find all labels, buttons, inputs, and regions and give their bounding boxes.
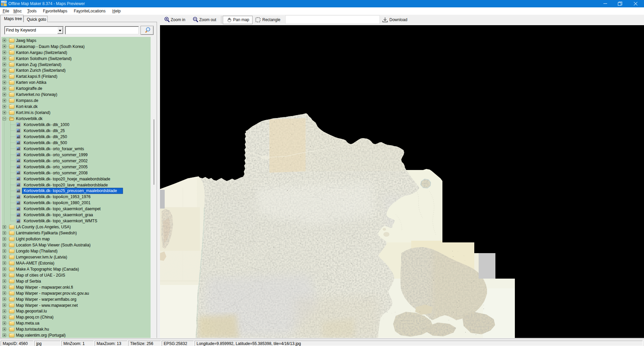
svg-text:Kortoverblik.dk- topo_skaermko: Kortoverblik.dk- topo_skaermkort_daempet <box>24 207 101 211</box>
svg-text:Kortoverblik.dk- dtk_500: Kortoverblik.dk- dtk_500 <box>24 140 67 145</box>
svg-text:Karten von Attika: Karten von Attika <box>16 80 47 85</box>
svg-text:Kortoverblik.dk- dtk_25: Kortoverblik.dk- dtk_25 <box>24 128 65 133</box>
svg-text:Lantmateriets Fjallkarta (Swed: Lantmateriets Fjallkarta (Swedish) <box>16 231 77 235</box>
svg-text:Kartogiraffe.de: Kartogiraffe.de <box>16 86 43 91</box>
svg-text:Make A Topographic Map (Canada: Make A Topographic Map (Canada) <box>16 267 79 272</box>
svg-text:Lvmgeoserver.lvm.lv (Latvia): Lvmgeoserver.lvm.lv (Latvia) <box>16 255 67 260</box>
svg-text:Kortoverblik.dk- topo_skaermko: Kortoverblik.dk- topo_skaermkort_WMTS <box>24 219 97 223</box>
svg-text:Map Warper - www.mapwarper.net: Map Warper - www.mapwarper.net <box>16 303 78 308</box>
svg-text:Kortoverblik.dk- topo4cm_1980_: Kortoverblik.dk- topo4cm_1980_2001 <box>24 200 91 205</box>
svg-text:Map.turistautak.hu: Map.turistautak.hu <box>16 327 49 332</box>
svg-text:Kakaomap - Daum Map (South Kor: Kakaomap - Daum Map (South Korea) <box>16 44 85 49</box>
svg-text:Kortoverblik.dk- orto_foraar_w: Kortoverblik.dk- orto_foraar_wmts <box>24 147 84 151</box>
svg-text:Kortoverblik.dk- topo25_preuss: Kortoverblik.dk- topo25_preussen_maalebo… <box>24 188 117 193</box>
svg-text:Kortoverblik.dk- topo20_lave_m: Kortoverblik.dk- topo20_lave_maalebordsb… <box>24 183 108 187</box>
svg-text:Kortoverblik.dk- dtk_250: Kortoverblik.dk- dtk_250 <box>24 134 67 139</box>
svg-text:Light pollution map: Light pollution map <box>16 237 50 241</box>
svg-text:Kortoverblik.dk- orto_sommer_1: Kortoverblik.dk- orto_sommer_1999 <box>24 153 88 157</box>
svg-text:Kortoverblik.dk- orto_sommer_2: Kortoverblik.dk- orto_sommer_2002 <box>24 159 88 163</box>
svg-text:Kanton Aargau (Switzerland): Kanton Aargau (Switzerland) <box>16 50 67 55</box>
svg-text:Kort-krak.dk: Kort-krak.dk <box>16 104 38 109</box>
svg-text:Map.geoportail.lu: Map.geoportail.lu <box>16 309 47 313</box>
svg-text:Kortoverblik.dk: Kortoverblik.dk <box>16 116 43 121</box>
svg-text:Map of Serbia: Map of Serbia <box>16 279 41 284</box>
svg-text:Kanton Solothurn (Switzerland): Kanton Solothurn (Switzerland) <box>16 56 72 61</box>
svg-text:Zoom out: Zoom out <box>199 17 216 22</box>
svg-text:Kortoverblik.dk- topo20_hoeje_: Kortoverblik.dk- topo20_hoeje_maalebords… <box>24 177 110 181</box>
svg-text:Map Warper - mapwarper.onki.fi: Map Warper - mapwarper.onki.fi <box>16 285 73 290</box>
svg-text:Map of cities of UAE - 2GIS: Map of cities of UAE - 2GIS <box>16 273 65 278</box>
svg-text:Kanton Zug (Switzerland): Kanton Zug (Switzerland) <box>16 62 61 67</box>
svg-text:Pan map: Pan map <box>233 17 249 22</box>
svg-text:Kortoverblik.dk- dtk_1000: Kortoverblik.dk- dtk_1000 <box>24 122 69 127</box>
svg-text:Kompass.de: Kompass.de <box>16 98 39 103</box>
svg-text:Map Warper - warper.wmflabs.or: Map Warper - warper.wmflabs.org <box>16 297 76 302</box>
svg-text:Kortoverblik.dk- topo4cm_1953_: Kortoverblik.dk- topo4cm_1953_1976 <box>24 194 91 199</box>
svg-text:MAA-AMET (Estonia): MAA-AMET (Estonia) <box>16 261 54 266</box>
svg-text:Zoom in: Zoom in <box>171 17 185 22</box>
svg-text:Map.valentim.org (Portugal): Map.valentim.org (Portugal) <box>16 333 66 338</box>
svg-text:LA County (Los Angeles, USA): LA County (Los Angeles, USA) <box>16 225 71 229</box>
svg-text:Kortoverblik.dk- orto_sommer_2: Kortoverblik.dk- orto_sommer_2005 <box>24 165 88 169</box>
svg-text:Kartat.kapsi.fi (Finland): Kartat.kapsi.fi (Finland) <box>16 74 57 79</box>
svg-text:Rectangle: Rectangle <box>262 17 280 22</box>
svg-text:Location SA Map Viewer (South: Location SA Map Viewer (South Australia) <box>16 243 91 247</box>
svg-text:Longdo Map (Thailand): Longdo Map (Thailand) <box>16 249 58 253</box>
svg-text:Map Warper - mapwarper.prov.vi: Map Warper - mapwarper.prov.vic.gov.au <box>16 291 89 296</box>
svg-text:Kartverket.no (Norway): Kartverket.no (Norway) <box>16 92 57 97</box>
svg-text:Kort.lmi.is (Iceland): Kort.lmi.is (Iceland) <box>16 110 51 115</box>
svg-text:Jawg Maps: Jawg Maps <box>16 38 37 43</box>
svg-text:Kanton Zurich (Switzerland): Kanton Zurich (Switzerland) <box>16 68 66 73</box>
svg-text:Map.meta.ua: Map.meta.ua <box>16 321 40 326</box>
svg-text:Map.geoq.cn (China): Map.geoq.cn (China) <box>16 315 54 320</box>
svg-text:Kortoverblik.dk- topo_skaermko: Kortoverblik.dk- topo_skaermkort_graa <box>24 213 93 217</box>
svg-text:Kortoverblik.dk- orto_sommer_2: Kortoverblik.dk- orto_sommer_2008 <box>24 171 88 175</box>
svg-text:Download: Download <box>389 17 407 22</box>
